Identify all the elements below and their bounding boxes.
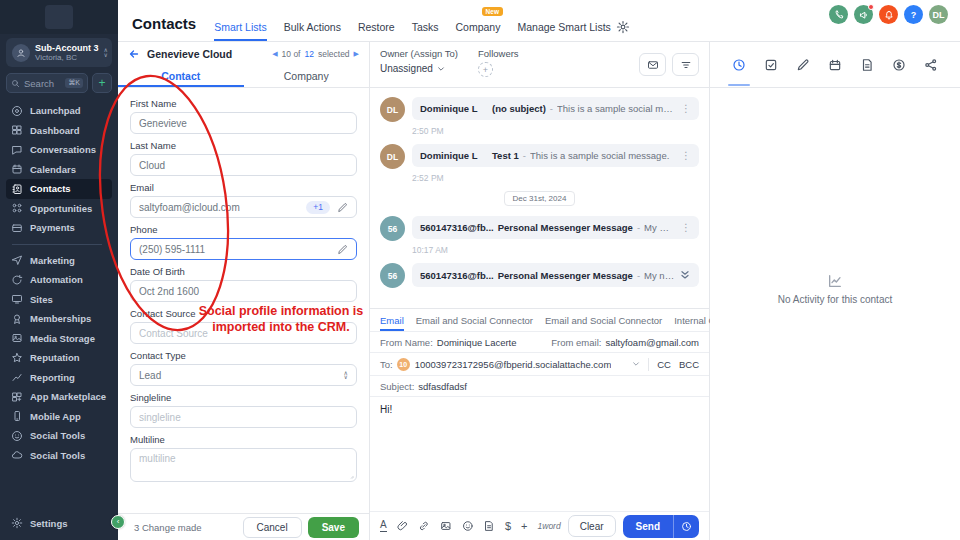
sidebar-item-app-marketplace[interactable]: App Marketplace — [6, 387, 112, 407]
sidebar-item-calendars[interactable]: Calendars — [6, 160, 112, 180]
next-contact-arrow[interactable]: ▶ — [354, 50, 359, 58]
sidebar-collapse-button[interactable]: ‹ — [111, 515, 125, 529]
account-switcher[interactable]: Sub-Account 3 Victoria, BC ∧∨ — [6, 38, 112, 67]
notes-tab-icon[interactable] — [796, 58, 810, 72]
tab-smart-lists[interactable]: Smart Lists — [214, 13, 267, 41]
email-field[interactable] — [139, 202, 302, 213]
from-name-value[interactable]: Dominique Lacerte — [437, 337, 517, 348]
message-bubble[interactable]: Dominique L (no subject) - This is a sam… — [412, 97, 699, 120]
text-format-icon[interactable]: A — [380, 520, 387, 532]
tab-bulk-actions[interactable]: Bulk Actions — [284, 13, 341, 41]
template-icon[interactable] — [483, 520, 495, 532]
clear-button[interactable]: Clear — [568, 515, 616, 537]
add-follower-button[interactable]: + — [478, 62, 493, 77]
activity-tab-clock-icon[interactable] — [732, 58, 746, 72]
emoji-icon[interactable] — [462, 520, 474, 532]
attachment-icon[interactable] — [397, 520, 409, 532]
prev-contact-arrow[interactable]: ◀ — [272, 50, 277, 58]
quick-add-button[interactable]: + — [92, 73, 112, 93]
kebab-menu-icon[interactable]: ⋮ — [678, 222, 691, 233]
tab-contact[interactable]: Contact — [118, 65, 244, 87]
message-time: 2:52 PM — [412, 173, 699, 183]
sidebar-item-memberships[interactable]: Memberships — [6, 309, 112, 329]
to-value[interactable]: 100039723172956@fbperid.socialattache.co… — [415, 359, 612, 370]
cc-button[interactable]: CC — [657, 359, 671, 370]
kebab-menu-icon[interactable]: ⋮ — [678, 150, 691, 161]
owner-select[interactable]: Unassigned — [380, 63, 458, 74]
link-icon[interactable] — [418, 520, 430, 532]
filter-button[interactable] — [672, 53, 699, 76]
resize-handle-icon[interactable] — [348, 473, 354, 479]
singleline-field[interactable] — [139, 412, 348, 423]
contact-source-field[interactable] — [139, 328, 348, 339]
sidebar-item-marketing[interactable]: Marketing — [6, 251, 112, 271]
sidebar-item-social-tools-2[interactable]: Social Tools — [6, 446, 112, 466]
contact-type-select[interactable]: Lead ∧∨ — [130, 364, 357, 386]
recipient-chevron-icon[interactable] — [632, 360, 640, 368]
message-bubble[interactable]: Dominique L Test 1 - This is a sample so… — [412, 144, 699, 167]
tab-restore[interactable]: Restore — [358, 13, 395, 41]
sidebar-item-reporting[interactable]: Reporting — [6, 368, 112, 388]
tab-manage-smart-lists[interactable]: Manage Smart Lists — [517, 13, 610, 41]
sidebar-item-payments[interactable]: Payments — [6, 218, 112, 238]
phone-action-button[interactable] — [829, 5, 848, 24]
tab-company-detail[interactable]: Company — [244, 65, 370, 87]
sidebar-item-conversations[interactable]: Conversations — [6, 140, 112, 160]
phone-field[interactable] — [139, 244, 337, 255]
dob-field[interactable] — [139, 286, 348, 297]
pagination-suffix: selected — [318, 49, 350, 59]
email-compose-button[interactable] — [639, 53, 666, 76]
message-bubble[interactable]: 560147316@fb... Personal Messenger Messa… — [412, 216, 699, 239]
app: Sub-Account 3 Victoria, BC ∧∨ Search ⌘K … — [0, 0, 960, 540]
appointments-tab-icon[interactable] — [828, 58, 842, 72]
sidebar-item-sites[interactable]: Sites — [6, 290, 112, 310]
email-edit-pencil-icon[interactable] — [337, 202, 348, 213]
first-name-field[interactable] — [139, 118, 348, 129]
email-plus1-badge[interactable]: +1 — [306, 201, 330, 214]
help-button[interactable]: ? — [904, 5, 923, 24]
send-button[interactable]: Send — [623, 515, 699, 538]
sidebar-item-launchpad[interactable]: Launchpad — [6, 101, 112, 121]
associations-tab-icon[interactable] — [924, 58, 938, 72]
schedule-send-button[interactable] — [674, 521, 699, 532]
sidebar-item-mobile-app[interactable]: Mobile App — [6, 407, 112, 427]
search-input[interactable]: Search ⌘K — [6, 73, 88, 93]
bcc-button[interactable]: BCC — [679, 359, 699, 370]
composer-tab-connector-1[interactable]: Email and Social Connector — [416, 309, 533, 331]
scroll-to-bottom-icon[interactable] — [679, 269, 691, 281]
subject-value[interactable]: sdfasdfadsf — [418, 381, 467, 392]
settings-gear-icon[interactable] — [616, 20, 630, 34]
save-button[interactable]: Save — [308, 517, 359, 538]
notifications-button[interactable] — [879, 5, 898, 24]
sidebar-item-contacts[interactable]: Contacts — [6, 179, 112, 199]
payments-tab-icon[interactable] — [892, 58, 906, 72]
message-bubble[interactable]: 560147316@fb... Personal Messenger Messa… — [412, 263, 699, 287]
user-avatar[interactable]: DL — [929, 5, 948, 24]
payment-request-icon[interactable]: $ — [505, 521, 511, 532]
from-email-value[interactable]: saltyfoam@gmail.com — [605, 337, 699, 348]
back-arrow-icon[interactable] — [128, 48, 140, 60]
image-icon[interactable] — [440, 520, 452, 532]
composer-tab-connector-2[interactable]: Email and Social Connector — [545, 309, 662, 331]
sidebar-item-settings[interactable]: Settings — [6, 514, 112, 534]
more-tools-icon[interactable]: + — [521, 521, 527, 532]
last-name-field[interactable] — [139, 160, 348, 171]
sidebar-item-media-storage[interactable]: Media Storage — [6, 329, 112, 349]
kebab-menu-icon[interactable]: ⋮ — [678, 103, 691, 114]
composer-tab-email[interactable]: Email — [380, 309, 404, 331]
cancel-button[interactable]: Cancel — [243, 517, 302, 538]
sidebar-item-reputation[interactable]: Reputation — [6, 348, 112, 368]
announcements-button[interactable] — [854, 5, 873, 24]
documents-tab-icon[interactable] — [860, 58, 874, 72]
email-body-editor[interactable]: Hi! — [370, 397, 709, 511]
sidebar-item-dashboard[interactable]: Dashboard — [6, 121, 112, 141]
tasks-tab-icon[interactable] — [764, 58, 778, 72]
phone-edit-pencil-icon[interactable] — [337, 244, 348, 255]
sidebar-item-opportunities[interactable]: Opportunities — [6, 199, 112, 219]
tab-tasks[interactable]: Tasks — [412, 13, 439, 41]
pagination-total[interactable]: 12 — [304, 49, 313, 59]
multiline-field[interactable] — [139, 453, 348, 464]
sidebar-item-automation[interactable]: Automation — [6, 270, 112, 290]
sidebar-item-social-tools-1[interactable]: Social Tools — [6, 426, 112, 446]
tab-company[interactable]: CompanyNew — [456, 13, 501, 41]
